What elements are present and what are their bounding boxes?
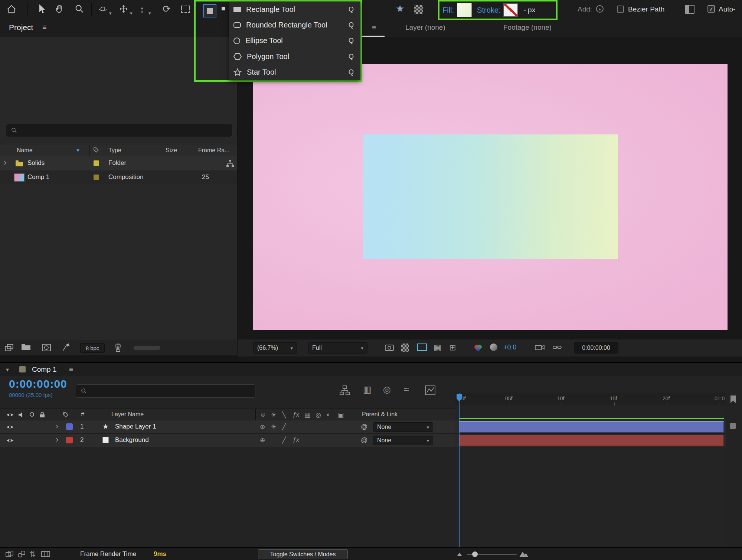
video-eye-icon[interactable] bbox=[6, 424, 14, 430]
panel-toggle-icon[interactable] bbox=[685, 5, 694, 14]
column-header-size[interactable]: Size bbox=[166, 147, 177, 154]
label-color-swatch[interactable] bbox=[94, 160, 99, 166]
brainstorm-icon[interactable]: ≈ bbox=[404, 384, 409, 395]
video-eye-icon[interactable] bbox=[6, 412, 14, 418]
menu-item-rectangle-tool[interactable]: Rectangle Tool Q bbox=[229, 1, 360, 17]
comp-marker-bin-icon[interactable] bbox=[729, 395, 737, 404]
panel-collapse-chevron-icon[interactable]: ▾ bbox=[6, 366, 9, 373]
layer-row-shape-layer-1[interactable]: › 1 ★ Shape Layer 1 ⊕ ☀ ╱ @ None▾ bbox=[0, 420, 455, 434]
parent-dropdown[interactable]: None▾ bbox=[373, 436, 433, 445]
timeline-tab-comp[interactable]: Comp 1 bbox=[32, 365, 57, 374]
magnification-dropdown[interactable]: (66.7%)▾ bbox=[253, 342, 297, 354]
column-header-frame-rate[interactable]: Frame Ra... bbox=[198, 147, 235, 154]
frame-blend-switch-icon[interactable]: ▦ bbox=[304, 411, 310, 419]
bezier-path-checkbox[interactable] bbox=[617, 6, 624, 13]
expand-layers-icon[interactable] bbox=[5, 550, 14, 558]
fx-switch-icon[interactable]: ƒx bbox=[292, 411, 299, 419]
rotate-tool-icon[interactable]: ⟳ bbox=[163, 3, 171, 15]
motion-blur-icon[interactable]: ◎ bbox=[383, 384, 391, 395]
transparency-tool-icon[interactable] bbox=[414, 5, 423, 14]
collapse-switch-icon[interactable]: ☀ bbox=[271, 411, 277, 419]
shapes-toggle-icon[interactable] bbox=[17, 550, 26, 558]
pick-whip-icon[interactable]: @ bbox=[361, 436, 367, 444]
column-header-index[interactable]: # bbox=[81, 411, 84, 418]
fill-label[interactable]: Fill: bbox=[442, 6, 454, 14]
composition-flowchart-icon[interactable] bbox=[339, 385, 350, 395]
zoom-tool-icon[interactable] bbox=[74, 4, 85, 14]
camera-icon[interactable] bbox=[535, 343, 545, 352]
panel-menu-icon[interactable]: ≡ bbox=[42, 23, 47, 32]
column-divider[interactable] bbox=[194, 145, 194, 156]
column-header-layer-name[interactable]: Layer Name bbox=[111, 411, 144, 418]
snapshot-icon[interactable] bbox=[385, 343, 394, 352]
resolution-dropdown[interactable]: Full▾ bbox=[308, 342, 367, 354]
layer-row-background[interactable]: › 2 Background ⊕ ╱ ƒx @ None▾ bbox=[0, 434, 455, 447]
quality-switch-icon[interactable]: ╱ bbox=[282, 436, 286, 444]
new-folder-icon[interactable] bbox=[22, 344, 30, 350]
trash-icon[interactable] bbox=[114, 343, 122, 352]
parent-dropdown[interactable]: None▾ bbox=[373, 422, 433, 432]
orbit-camera-tool-icon[interactable] bbox=[98, 4, 108, 14]
menu-item-rounded-rectangle-tool[interactable]: Rounded Rectangle Tool Q bbox=[229, 17, 360, 33]
expand-chevron-icon[interactable]: › bbox=[56, 435, 58, 445]
pick-whip-icon[interactable]: @ bbox=[361, 423, 367, 431]
zoom-out-mountain-icon[interactable] bbox=[457, 551, 462, 557]
region-of-interest-icon[interactable] bbox=[417, 344, 427, 351]
quality-switch-icon[interactable]: ╱ bbox=[282, 423, 286, 431]
timeline-zoom-slider-handle[interactable] bbox=[472, 551, 478, 557]
label-tag-icon[interactable] bbox=[62, 411, 69, 418]
zoom-in-mountain-icon[interactable] bbox=[519, 550, 529, 557]
tab-footage[interactable]: Footage (none) bbox=[503, 23, 552, 32]
panel-menu-icon[interactable]: ≡ bbox=[372, 23, 376, 32]
transfer-controls-icon[interactable]: ⇅ bbox=[30, 550, 36, 559]
column-header-name[interactable]: Name bbox=[17, 147, 33, 154]
anchor-switch-icon[interactable]: ⊕ bbox=[260, 423, 265, 431]
in-out-panes-icon[interactable] bbox=[41, 550, 50, 558]
adjustment-icon[interactable] bbox=[62, 343, 71, 352]
auto-checkbox[interactable]: ✓ bbox=[707, 5, 715, 13]
grid-guides-icon[interactable]: ▦ bbox=[434, 343, 441, 352]
stroke-color-swatch[interactable] bbox=[503, 3, 518, 17]
menu-item-ellipse-tool[interactable]: Ellipse Tool Q bbox=[229, 33, 360, 49]
fx-switch-icon[interactable]: ƒx bbox=[292, 436, 299, 444]
link-icon[interactable] bbox=[552, 343, 562, 352]
tab-layer[interactable]: Layer (none) bbox=[405, 23, 445, 32]
column-header-parent[interactable]: Parent & Link bbox=[362, 411, 398, 418]
tab-project[interactable]: Project bbox=[9, 23, 33, 32]
hand-tool-icon[interactable] bbox=[54, 4, 65, 14]
panel-menu-icon[interactable]: ≡ bbox=[69, 365, 73, 374]
channel-rgb-icon[interactable] bbox=[474, 344, 483, 351]
bit-depth-button[interactable]: 8 bpc bbox=[80, 343, 105, 353]
timeline-search-input[interactable] bbox=[76, 384, 255, 398]
menu-item-star-tool[interactable]: Star Tool Q bbox=[229, 65, 360, 80]
layer-bar-background[interactable] bbox=[459, 435, 724, 446]
column-divider[interactable] bbox=[89, 145, 89, 156]
home-icon[interactable] bbox=[6, 4, 17, 15]
dolly-camera-tool-icon[interactable]: ↕ bbox=[140, 4, 144, 15]
pan-camera-tool-icon[interactable] bbox=[119, 4, 128, 14]
project-search-input[interactable] bbox=[6, 124, 232, 137]
graph-editor-icon[interactable] bbox=[425, 385, 436, 395]
quality-switch-icon[interactable]: ╲ bbox=[282, 411, 286, 419]
menu-item-polygon-tool[interactable]: Polygon Tool Q bbox=[229, 49, 360, 64]
layer-name[interactable]: Shape Layer 1 bbox=[115, 423, 156, 430]
selection-tool-icon[interactable] bbox=[36, 3, 47, 15]
shy-switch-icon[interactable]: ☺ bbox=[260, 411, 266, 419]
color-management-icon[interactable] bbox=[490, 344, 497, 351]
time-ruler[interactable]: :00f 05f 10f 15f 20f 01:0 bbox=[455, 393, 726, 406]
toggle-switches-modes-button[interactable]: Toggle Switches / Modes bbox=[258, 549, 348, 559]
expand-chevron-icon[interactable]: › bbox=[4, 158, 6, 167]
motion-blur-switch-icon[interactable]: ◎ bbox=[316, 411, 321, 419]
layer-name[interactable]: Background bbox=[115, 436, 149, 444]
adjustment-switch-icon[interactable]: ◐ bbox=[327, 411, 330, 419]
hierarchy-icon[interactable] bbox=[226, 159, 235, 168]
composition-canvas[interactable] bbox=[253, 64, 728, 330]
shape-tool-button[interactable] bbox=[203, 4, 216, 17]
edit-marker-icon[interactable] bbox=[730, 423, 736, 429]
safe-margins-icon[interactable]: ⊞ bbox=[449, 343, 456, 352]
expand-chevron-icon[interactable]: › bbox=[56, 421, 58, 431]
collapse-switch-icon[interactable]: ☀ bbox=[271, 423, 277, 431]
lock-icon[interactable] bbox=[39, 411, 45, 418]
interpret-footage-icon[interactable] bbox=[4, 343, 14, 352]
current-time-indicator-line[interactable] bbox=[459, 393, 460, 547]
